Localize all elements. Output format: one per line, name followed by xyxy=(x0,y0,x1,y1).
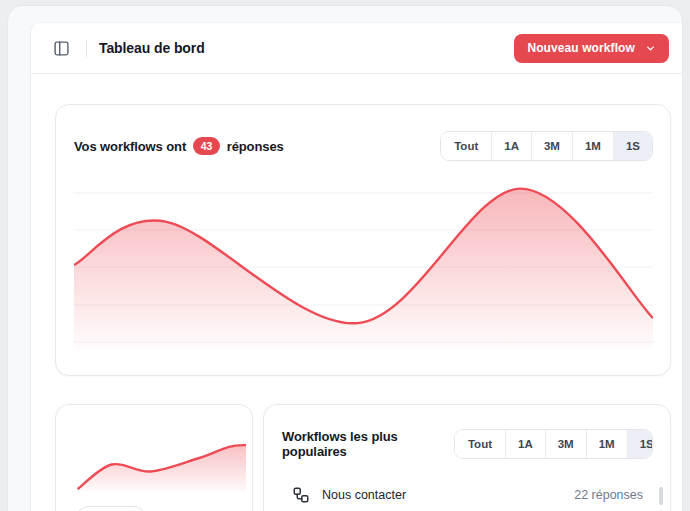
responses-card: Vos workflows ont 43 réponses Tout 1A 3M… xyxy=(55,104,671,376)
app-header: Tableau de bord Nouveau workflow xyxy=(31,23,682,74)
chevron-down-icon xyxy=(645,43,656,54)
page-title: Tableau de bord xyxy=(99,40,205,56)
popular-filter-1s[interactable]: 1S xyxy=(627,430,653,458)
time-filter: Tout 1A 3M 1M 1S xyxy=(440,131,653,161)
responses-title-suffix: réponses xyxy=(227,139,284,154)
header-divider xyxy=(86,40,87,57)
time-filter-1a[interactable]: 1A xyxy=(491,132,531,160)
responses-title-prefix: Vos workflows ont xyxy=(74,139,186,154)
workflow-response-count: 22 réponses xyxy=(574,488,653,502)
workflow-icon xyxy=(292,486,310,504)
responses-card-title: Vos workflows ont 43 réponses xyxy=(74,137,284,156)
sidebar-toggle-button[interactable] xyxy=(48,35,74,61)
panel-left-icon xyxy=(53,40,70,57)
popular-filter-tout[interactable]: Tout xyxy=(455,430,505,458)
time-filter-1s[interactable]: 1S xyxy=(613,132,652,160)
new-workflow-button[interactable]: Nouveau workflow xyxy=(514,34,669,63)
workflow-list-item[interactable]: Nous contacter 22 réponses xyxy=(282,486,653,504)
main-panel: Tableau de bord Nouveau workflow Vos wor… xyxy=(30,22,682,511)
dashboard-content: Vos workflows ont 43 réponses Tout 1A 3M… xyxy=(31,74,682,511)
time-filter-3m[interactable]: 3M xyxy=(531,132,572,160)
popular-card-title: Workflows les plus populaires xyxy=(282,429,454,459)
responses-count-badge: 43 xyxy=(193,137,219,156)
time-filter-1m[interactable]: 1M xyxy=(572,132,613,160)
scrollbar-thumb[interactable] xyxy=(659,487,663,505)
app-window: Tableau de bord Nouveau workflow Vos wor… xyxy=(7,5,683,511)
workflow-name: Nous contacter xyxy=(322,488,406,502)
new-workflow-button-label: Nouveau workflow xyxy=(527,41,635,55)
responses-area-chart xyxy=(74,182,653,348)
mini-sparkline-chart xyxy=(76,428,246,491)
popular-filter-3m[interactable]: 3M xyxy=(545,430,586,458)
time-filter-tout[interactable]: Tout xyxy=(441,132,491,160)
popular-filter-1m[interactable]: 1M xyxy=(586,430,627,458)
popular-workflows-card: Workflows les plus populaires Tout 1A 3M… xyxy=(263,404,671,511)
new-badge: Nouveau xyxy=(76,506,146,511)
popular-time-filter: Tout 1A 3M 1M 1S xyxy=(454,429,653,459)
popular-filter-1a[interactable]: 1A xyxy=(505,430,545,458)
mini-workflow-card[interactable]: Nouveau xyxy=(55,404,253,511)
